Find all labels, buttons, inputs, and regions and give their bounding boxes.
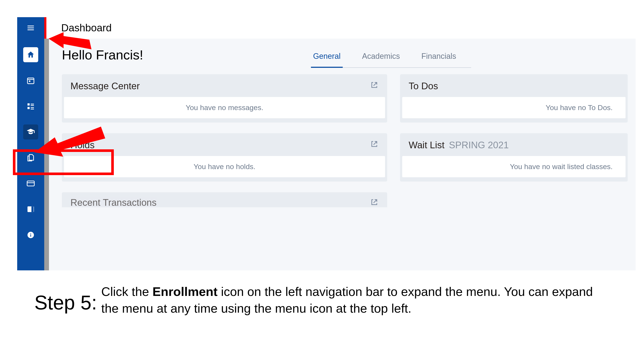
sidebar-scrollbar[interactable] bbox=[44, 39, 49, 270]
step-label: Step 5: bbox=[34, 291, 97, 314]
svg-rect-3 bbox=[28, 107, 30, 109]
page-title: Dashboard bbox=[61, 22, 112, 34]
message-center-title: Message Center bbox=[70, 81, 140, 91]
left-sidebar: Enrollment bbox=[17, 39, 44, 270]
grid-list-icon bbox=[26, 102, 35, 110]
sidebar-item-info[interactable] bbox=[23, 227, 38, 243]
svg-rect-0 bbox=[28, 78, 34, 84]
tab-general[interactable]: General bbox=[311, 50, 343, 68]
hamburger-icon bbox=[26, 24, 35, 32]
menu-button[interactable] bbox=[17, 17, 44, 39]
waitlist-title: Wait List bbox=[409, 140, 444, 150]
sidebar-item-calendar[interactable] bbox=[23, 73, 38, 88]
book-icon bbox=[26, 205, 35, 214]
sidebar-item-documents[interactable] bbox=[23, 150, 38, 165]
card-message-center: Message Center You have no messages. bbox=[62, 74, 387, 122]
waitlist-term: SPRING 2021 bbox=[449, 140, 509, 150]
credit-card-icon bbox=[26, 179, 35, 188]
sidebar-item-ledger[interactable] bbox=[23, 202, 38, 217]
step-pre: Click the bbox=[101, 285, 153, 299]
documents-icon bbox=[26, 153, 35, 162]
svg-rect-4 bbox=[27, 181, 34, 186]
sidebar-item-dashboard[interactable] bbox=[23, 99, 38, 114]
todos-title: To Dos bbox=[409, 81, 438, 91]
message-center-expand[interactable] bbox=[370, 81, 378, 90]
step-body: Click the Enrollment icon on the left na… bbox=[101, 283, 610, 317]
tab-financials[interactable]: Financials bbox=[419, 50, 458, 67]
app-screenshot: Dashboard Enrollment bbox=[17, 17, 636, 270]
home-icon bbox=[26, 50, 35, 59]
top-bar: Dashboard bbox=[17, 17, 636, 39]
holds-expand[interactable] bbox=[370, 140, 378, 149]
card-recent-transactions: Recent Transactions bbox=[62, 192, 387, 207]
open-in-new-icon bbox=[370, 140, 378, 148]
waitlist-body: You have no wait listed classes. bbox=[402, 156, 626, 177]
sidebar-item-payments[interactable] bbox=[23, 176, 38, 191]
open-in-new-icon bbox=[370, 198, 378, 206]
message-center-body: You have no messages. bbox=[64, 97, 385, 118]
instruction-text: Step 5: Click the Enrollment icon on the… bbox=[34, 283, 610, 317]
recent-transactions-expand[interactable] bbox=[370, 198, 378, 207]
step-bold: Enrollment bbox=[152, 285, 218, 299]
graduation-cap-icon bbox=[26, 128, 35, 136]
sidebar-item-enrollment[interactable]: Enrollment bbox=[23, 124, 38, 139]
main-content: Hello Francis! General Academics Financi… bbox=[49, 39, 636, 270]
tab-academics[interactable]: Academics bbox=[360, 50, 402, 67]
svg-rect-1 bbox=[29, 80, 30, 82]
svg-rect-6 bbox=[31, 206, 34, 212]
tab-bar: General Academics Financials bbox=[311, 50, 471, 68]
sidebar-item-home[interactable] bbox=[23, 47, 38, 62]
card-waitlist: Wait List SPRING 2021 You have no wait l… bbox=[400, 133, 628, 182]
todos-body: You have no To Dos. bbox=[402, 97, 626, 118]
recent-transactions-title: Recent Transactions bbox=[70, 197, 156, 207]
holds-title: Holds bbox=[70, 140, 95, 150]
card-holds: Holds You have no holds. bbox=[62, 133, 387, 182]
calendar-icon bbox=[26, 76, 35, 85]
svg-rect-2 bbox=[28, 103, 30, 106]
card-todos: To Dos You have no To Dos. bbox=[400, 74, 628, 122]
holds-body: You have no holds. bbox=[64, 156, 385, 177]
open-in-new-icon bbox=[370, 81, 378, 89]
info-icon bbox=[26, 231, 35, 239]
